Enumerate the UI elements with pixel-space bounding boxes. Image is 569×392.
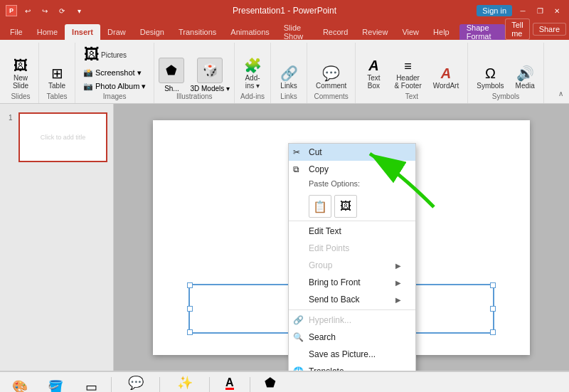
tab-draw[interactable]: Draw: [100, 24, 133, 40]
tab-view[interactable]: View: [395, 24, 426, 40]
animation-styles-btn[interactable]: ✨ AnimationStyles: [163, 372, 206, 392]
ctx-translate[interactable]: 🌐 Translate: [289, 363, 415, 371]
media-btn[interactable]: 🔊 Media: [511, 63, 539, 92]
animation-styles-icon: ✨: [177, 375, 193, 391]
tab-home[interactable]: Home: [30, 24, 65, 40]
ribbon-group-symbols: Ω Symbols 🔊 Media Symbols: [468, 43, 544, 103]
outline-btn[interactable]: ▭ Outline: [74, 376, 108, 393]
paste-icon-btn-1[interactable]: 📋: [309, 195, 331, 218]
separator-2: [289, 309, 415, 310]
screenshot-icon: 📸: [83, 68, 93, 78]
paste-icon-btn-2[interactable]: 🖼: [334, 195, 357, 218]
ctx-save-as-picture[interactable]: Save as Picture...: [289, 346, 415, 363]
addins-btn[interactable]: 🧩 Add-ins ▾: [239, 55, 266, 92]
translate-icon: 🌐: [293, 366, 304, 371]
shapes-label: Sh...: [164, 85, 179, 92]
ribbon-tabs: File Home Insert Draw Design Transitions…: [0, 21, 569, 40]
close-btn[interactable]: ✕: [551, 4, 563, 17]
context-menu: ✂ Cut ⧉ Copy Paste Options: 📋 🖼 Edit Tex…: [288, 143, 416, 371]
shape-effects-btn[interactable]: ⬟ ShapeEffects: [253, 372, 287, 392]
redo-btn[interactable]: ↪: [38, 4, 51, 17]
ribbon-group-links: 🔗 Links Links: [271, 43, 307, 103]
tab-transitions[interactable]: Transitions: [171, 24, 223, 40]
slide-thumb-content: Click to add title: [41, 134, 86, 141]
more-btn[interactable]: ▾: [73, 4, 85, 17]
bottom-area: 🎨 Style 🪣 Fill ▭ Outline 💬 NewComment ✨ …: [0, 371, 569, 392]
share-btn[interactable]: Share: [533, 23, 566, 36]
symbols-btn[interactable]: Ω Symbols: [472, 63, 508, 92]
header-footer-icon: ≡: [404, 60, 412, 73]
screenshot-btn[interactable]: 📸 Screenshot ▾: [80, 67, 145, 79]
comment-btn[interactable]: 💬 Comment: [312, 63, 351, 92]
ribbon-group-addins: 🧩 Add-ins ▾ Add-ins: [235, 43, 271, 103]
restore-btn[interactable]: ❐: [533, 4, 546, 17]
tables-group-label: Tables: [47, 92, 68, 102]
textbox-btn[interactable]: A TextBox: [360, 55, 387, 92]
3d-models-btn[interactable]: 🎲: [197, 58, 223, 83]
app-icon: P: [6, 5, 17, 16]
ribbon-collapse-btn[interactable]: ∧: [555, 88, 566, 99]
ctx-edit-points[interactable]: Edit Points: [289, 240, 415, 257]
links-btn[interactable]: 🔗 Links: [275, 63, 302, 92]
tab-record[interactable]: Record: [316, 24, 355, 40]
tab-review[interactable]: Review: [355, 24, 395, 40]
table-btn[interactable]: ⊞ Table: [43, 63, 70, 92]
media-icon: 🔊: [516, 66, 534, 80]
slide-number: 1: [9, 114, 13, 122]
title-bar-left: P ↩ ↪ ⟳ ▾: [6, 4, 85, 17]
new-slide-btn[interactable]: 🖼 NewSlide: [7, 55, 34, 92]
ctx-hyperlink[interactable]: 🔗 Hyperlink...: [289, 312, 415, 329]
font-color-btn[interactable]: A FontColor ▾: [213, 374, 247, 393]
slide-thumbnail-1[interactable]: 1 Click to add title: [18, 112, 107, 162]
minimize-btn[interactable]: ─: [516, 4, 529, 17]
header-footer-btn[interactable]: ≡ Header& Footer: [390, 57, 425, 92]
ribbon-group-tables: ⊞ Table Tables: [39, 43, 75, 103]
pictures-btn[interactable]: 🖼 Pictures: [80, 44, 131, 65]
ctx-search[interactable]: 🔍 Search: [289, 329, 415, 346]
style-btn[interactable]: 🎨 Style: [3, 376, 37, 393]
ctx-edit-text[interactable]: Edit Text: [289, 223, 415, 240]
ctx-send-to-back[interactable]: Send to Back ▶: [289, 291, 415, 308]
ctx-bring-to-front[interactable]: Bring to Front ▶: [289, 274, 415, 291]
refresh-btn[interactable]: ⟳: [55, 4, 68, 17]
tab-shape-format[interactable]: Shape Format: [459, 24, 505, 40]
ribbon-group-comments: 💬 Comment Comments: [307, 43, 356, 103]
links-icon: 🔗: [280, 66, 298, 80]
workspace: 1 Click to add title Click to add subtit…: [0, 104, 569, 371]
separator-bb-3: [209, 377, 210, 392]
comment-icon: 💬: [322, 66, 340, 80]
tab-slideshow[interactable]: Slide Show: [277, 24, 316, 40]
ribbon-group-slides: 🖼 NewSlide Slides: [3, 43, 39, 103]
tab-animations[interactable]: Animations: [223, 24, 276, 40]
ctx-cut[interactable]: ✂ Cut: [289, 144, 415, 161]
ctx-group[interactable]: Group ▶: [289, 257, 415, 274]
photo-album-btn[interactable]: 📷 Photo Album ▾: [80, 80, 149, 92]
separator-bb-2: [159, 377, 160, 392]
undo-btn[interactable]: ↩: [21, 4, 34, 17]
sign-in-button[interactable]: Sign in: [477, 5, 512, 16]
tell-me-btn[interactable]: Tell me: [505, 18, 530, 40]
wordart-btn[interactable]: A WordArt: [429, 63, 464, 92]
window-title: Presentation1 - PowerPoint: [233, 6, 336, 16]
tab-file[interactable]: File: [3, 24, 30, 40]
shapes-btn[interactable]: ⬟: [159, 58, 184, 83]
new-slide-icon: 🖼: [14, 58, 28, 73]
ctx-copy[interactable]: ⧉ Copy: [289, 161, 415, 178]
bottom-ribbon: 🎨 Style 🪣 Fill ▭ Outline 💬 NewComment ✨ …: [0, 371, 569, 392]
new-comment-bb-btn[interactable]: 💬 NewComment: [115, 372, 156, 392]
illustrations-group-label: Illustrations: [176, 92, 213, 102]
links-group-label: Links: [280, 92, 297, 102]
fill-btn[interactable]: 🪣 Fill: [38, 376, 73, 393]
font-color-icon: A: [225, 376, 234, 390]
title-right: Sign in ─ ❐ ✕: [477, 4, 563, 17]
tab-help[interactable]: Help: [426, 24, 457, 40]
tab-design[interactable]: Design: [133, 24, 171, 40]
textbox-icon: A: [368, 58, 378, 73]
photo-album-icon: 📷: [83, 82, 93, 91]
hyperlink-icon: 🔗: [293, 315, 304, 325]
separator-1: [289, 221, 415, 221]
style-icon: 🎨: [12, 379, 28, 393]
images-group-label: Images: [103, 92, 127, 102]
symbols-icon: Ω: [485, 66, 496, 80]
tab-insert[interactable]: Insert: [65, 24, 100, 40]
